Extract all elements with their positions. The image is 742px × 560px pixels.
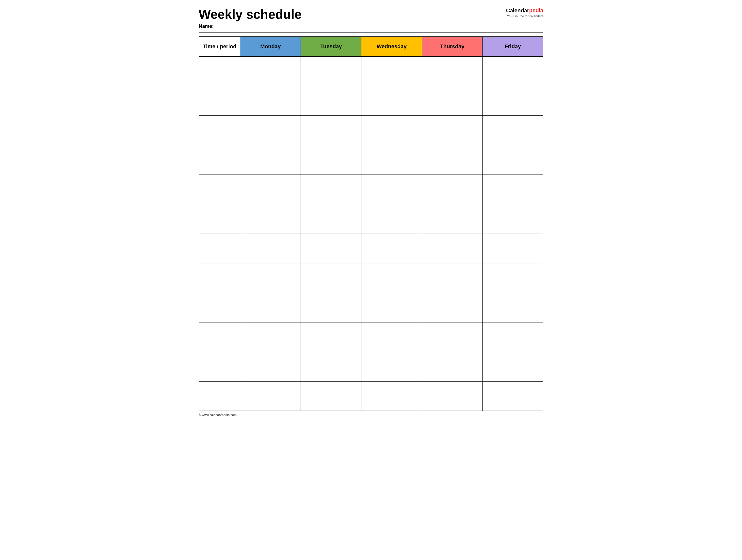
schedule-cell[interactable] — [301, 322, 361, 352]
schedule-cell[interactable] — [361, 204, 422, 234]
schedule-cell[interactable] — [361, 174, 422, 204]
schedule-cell[interactable] — [422, 174, 482, 204]
time-cell[interactable] — [199, 263, 240, 293]
schedule-cell[interactable] — [240, 174, 301, 204]
schedule-table: Time / period Monday Tuesday Wednesday T… — [199, 37, 543, 411]
schedule-cell[interactable] — [301, 352, 361, 381]
table-row — [199, 263, 543, 293]
schedule-cell[interactable] — [482, 293, 543, 322]
time-cell[interactable] — [199, 204, 240, 234]
schedule-cell[interactable] — [361, 234, 422, 263]
schedule-cell[interactable] — [301, 56, 361, 86]
schedule-cell[interactable] — [361, 56, 422, 86]
schedule-cell[interactable] — [240, 293, 301, 322]
time-cell[interactable] — [199, 381, 240, 411]
schedule-cell[interactable] — [240, 352, 301, 381]
schedule-cell[interactable] — [240, 115, 301, 145]
time-cell[interactable] — [199, 86, 240, 115]
schedule-cell[interactable] — [240, 234, 301, 263]
schedule-cell[interactable] — [240, 56, 301, 86]
schedule-cell[interactable] — [301, 381, 361, 411]
logo-calendar-part: Calendar — [506, 7, 529, 13]
schedule-cell[interactable] — [422, 263, 482, 293]
time-cell[interactable] — [199, 145, 240, 174]
schedule-cell[interactable] — [482, 145, 543, 174]
col-header-tuesday: Tuesday — [301, 37, 361, 56]
schedule-cell[interactable] — [422, 293, 482, 322]
copyright-text: © www.calendarpedia.com — [199, 413, 236, 417]
table-row — [199, 145, 543, 174]
time-cell[interactable] — [199, 56, 240, 86]
col-header-thursday: Thursday — [422, 37, 482, 56]
schedule-cell[interactable] — [361, 115, 422, 145]
schedule-cell[interactable] — [482, 56, 543, 86]
logo-tagline: Your source for calendars — [506, 14, 543, 18]
header-divider — [199, 33, 543, 33]
schedule-cell[interactable] — [240, 86, 301, 115]
schedule-cell[interactable] — [482, 234, 543, 263]
schedule-cell[interactable] — [482, 115, 543, 145]
table-row — [199, 204, 543, 234]
col-header-friday: Friday — [482, 37, 543, 56]
time-cell[interactable] — [199, 293, 240, 322]
logo-area: Calendarpedia Your source for calendars — [506, 7, 543, 18]
table-row — [199, 174, 543, 204]
schedule-cell[interactable] — [422, 86, 482, 115]
schedule-cell[interactable] — [361, 145, 422, 174]
schedule-cell[interactable] — [422, 234, 482, 263]
schedule-cell[interactable] — [240, 322, 301, 352]
name-label: Name: — [199, 23, 506, 29]
schedule-cell[interactable] — [240, 145, 301, 174]
time-cell[interactable] — [199, 174, 240, 204]
schedule-cell[interactable] — [482, 204, 543, 234]
schedule-cell[interactable] — [422, 204, 482, 234]
schedule-cell[interactable] — [482, 174, 543, 204]
schedule-cell[interactable] — [482, 381, 543, 411]
time-cell[interactable] — [199, 234, 240, 263]
schedule-cell[interactable] — [301, 115, 361, 145]
schedule-cell[interactable] — [361, 352, 422, 381]
schedule-cell[interactable] — [422, 352, 482, 381]
schedule-cell[interactable] — [482, 322, 543, 352]
table-row — [199, 381, 543, 411]
header-row: Time / period Monday Tuesday Wednesday T… — [199, 37, 543, 56]
schedule-cell[interactable] — [422, 145, 482, 174]
schedule-cell[interactable] — [240, 263, 301, 293]
schedule-cell[interactable] — [361, 381, 422, 411]
schedule-cell[interactable] — [240, 381, 301, 411]
header-section: Weekly schedule Name: Calendarpedia Your… — [199, 7, 543, 29]
schedule-cell[interactable] — [301, 86, 361, 115]
schedule-cell[interactable] — [301, 293, 361, 322]
schedule-cell[interactable] — [361, 263, 422, 293]
col-header-monday: Monday — [240, 37, 301, 56]
table-row — [199, 115, 543, 145]
schedule-cell[interactable] — [361, 293, 422, 322]
table-row — [199, 352, 543, 381]
table-row — [199, 234, 543, 263]
schedule-cell[interactable] — [301, 174, 361, 204]
logo-pedia-part: pedia — [529, 7, 543, 13]
schedule-cell[interactable] — [422, 115, 482, 145]
schedule-cell[interactable] — [301, 234, 361, 263]
table-row — [199, 293, 543, 322]
time-cell[interactable] — [199, 322, 240, 352]
schedule-cell[interactable] — [361, 86, 422, 115]
schedule-cell[interactable] — [301, 263, 361, 293]
col-header-wednesday: Wednesday — [361, 37, 422, 56]
logo-text: Calendarpedia — [506, 7, 543, 14]
schedule-cell[interactable] — [422, 322, 482, 352]
schedule-body — [199, 56, 543, 411]
schedule-cell[interactable] — [301, 145, 361, 174]
page-title: Weekly schedule — [199, 7, 506, 21]
footer: © www.calendarpedia.com — [199, 413, 543, 417]
schedule-cell[interactable] — [482, 352, 543, 381]
schedule-cell[interactable] — [301, 204, 361, 234]
schedule-cell[interactable] — [482, 263, 543, 293]
schedule-cell[interactable] — [422, 56, 482, 86]
schedule-cell[interactable] — [240, 204, 301, 234]
time-cell[interactable] — [199, 115, 240, 145]
schedule-cell[interactable] — [482, 86, 543, 115]
time-cell[interactable] — [199, 352, 240, 381]
schedule-cell[interactable] — [361, 322, 422, 352]
schedule-cell[interactable] — [422, 381, 482, 411]
